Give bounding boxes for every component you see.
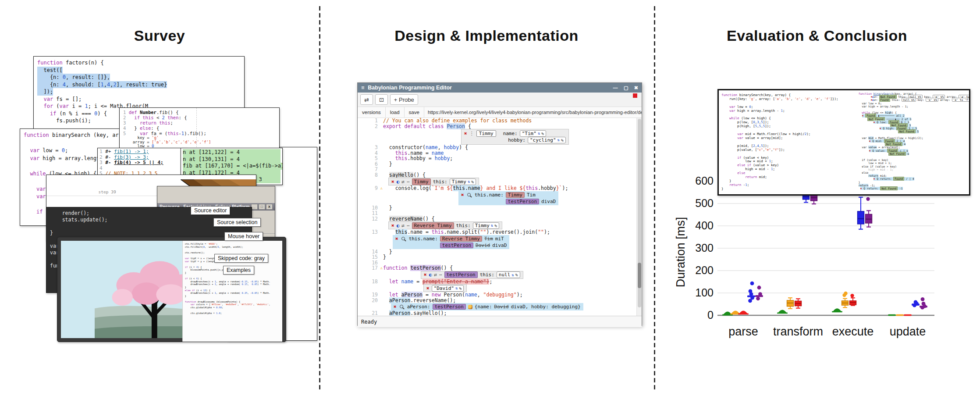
code-segment: then — [165, 115, 179, 120]
this-value-input[interactable]: Timmy⇅% — [473, 222, 499, 229]
versions-button[interactable]: versions — [358, 107, 386, 118]
delete-replacement-icon[interactable]: ✖ — [426, 285, 430, 291]
code-segment: else — [859, 171, 869, 174]
code-row: 4 } else: { — [123, 125, 276, 131]
probe-label: aPerson: — [407, 304, 430, 310]
example-value-input[interactable]: "Tim"⇅% — [520, 130, 546, 137]
more-icon[interactable]: ⋯ — [439, 272, 442, 278]
save-button[interactable]: save — [405, 107, 424, 118]
line-number: 2 — [358, 124, 383, 129]
code-segment: } — [383, 254, 386, 260]
probe-result-row: Reverse TimmyTim miT — [440, 236, 507, 242]
probe-example-chip[interactable]: Reverse Timmy — [440, 236, 482, 242]
code-segment: this — [167, 131, 178, 136]
url-field[interactable]: https://lively-kernel.org/lively4/lively… — [424, 110, 642, 115]
code-segment: low = mid + 1; — [859, 161, 892, 164]
benchmark-source-code: function binarySearch(key, array) { run(… — [719, 90, 857, 194]
frame-button[interactable]: ⊡ — [375, 94, 388, 105]
probe-example-chip[interactable]: Timmy — [506, 192, 525, 198]
swap-icon[interactable]: ⇄ — [401, 179, 405, 185]
stepper-icon[interactable]: ⇅ — [557, 137, 560, 143]
swap-icon[interactable]: ⇄ — [434, 272, 437, 278]
minimize-button[interactable]: — — [613, 85, 618, 90]
value-box[interactable]: null ⇅% — [902, 98, 916, 102]
more-icon[interactable]: ⋯ — [407, 179, 410, 185]
example-name-chip[interactable]: Reverse Timmy — [412, 222, 454, 229]
pin-icon[interactable]: % — [459, 286, 462, 291]
code-segment: key: — [916, 98, 926, 101]
hamburger-menu-icon[interactable]: ≡ — [361, 85, 364, 91]
code-segment: Q value: — [870, 149, 887, 152]
line-number: 17⚠ — [358, 265, 383, 271]
this-value-input[interactable]: Timmy⇅% — [450, 178, 476, 185]
survey-panel: Survey function factors(n) { test([ {n: … — [0, 0, 319, 396]
example-name-chip[interactable]: Timmy — [476, 130, 496, 137]
probe-example-chip[interactable]: testPerson — [440, 243, 473, 248]
load-button[interactable]: load — [386, 107, 405, 118]
add-probe-button[interactable]: + Probe — [390, 94, 418, 105]
example-name-chip[interactable]: testPerson — [444, 271, 478, 278]
pin-icon[interactable]: % — [541, 131, 544, 136]
code-segment: { — [465, 123, 471, 129]
delete-example-icon[interactable]: ✖ — [391, 223, 394, 228]
eclipse-maximize-button[interactable]: □ — [259, 204, 265, 210]
maximize-button[interactable]: ▢ — [624, 85, 628, 90]
code-segment: Person — [447, 123, 465, 129]
pin-icon[interactable]: % — [561, 137, 564, 143]
this-value-input[interactable]: null⇅% — [497, 271, 520, 278]
swap-icon[interactable]: ⇄ — [401, 223, 405, 228]
scrollbar[interactable] — [636, 118, 642, 316]
result-chip[interactable]: Found — [893, 177, 904, 181]
toggle-example-icon[interactable]: ◐ — [397, 179, 400, 185]
value-box[interactable]: 'e' ⇅% — [926, 98, 938, 102]
stepper-icon[interactable]: ⇅ — [455, 286, 458, 290]
editor-code-line: 10 } — [358, 205, 642, 211]
callout-examples: Examples — [223, 266, 254, 275]
replacement-value-input[interactable]: "David"⇅% — [432, 285, 464, 292]
close-button[interactable]: ✖ — [634, 85, 638, 90]
stepper-icon[interactable]: ⇅ — [468, 179, 470, 184]
example-menu-icon[interactable]: ⋮ — [469, 131, 474, 136]
code-segment: 3 — [908, 124, 911, 127]
code-segment: 4 — [123, 125, 129, 131]
code-line: ctx.globalAlpha = 1.0; — [185, 312, 280, 315]
code-segment: #- — [105, 160, 114, 165]
code-line: var value = array[mid]; — [721, 136, 854, 140]
code-segment: var low = 0; — [859, 102, 882, 105]
delete-probe-icon[interactable]: ✖ — [461, 192, 464, 198]
stepper-icon[interactable]: ⇅ — [491, 223, 493, 228]
result-chip[interactable]: Not Found — [898, 129, 916, 133]
pin-icon[interactable]: % — [494, 223, 497, 228]
code-row — [859, 108, 967, 111]
pin-icon[interactable]: % — [515, 272, 518, 277]
stepper-icon[interactable]: ⇅ — [538, 131, 540, 136]
delete-probe-icon[interactable]: ✖ — [395, 236, 398, 242]
example-name-chip[interactable]: Timmy — [412, 178, 431, 185]
code-segment: } — [859, 181, 860, 184]
pin-icon[interactable]: % — [471, 179, 474, 184]
swap-button[interactable]: ⇄ — [360, 94, 373, 105]
delete-example-icon[interactable]: ✖ — [464, 131, 467, 136]
replacement-widget: ✖"David"⇅% — [423, 284, 467, 292]
toggle-example-icon[interactable]: ◐ — [397, 223, 400, 228]
example-controls-widget: ✖◐⇄⋯Timmythis:Timmy⇅% — [388, 178, 479, 186]
value-box[interactable]: 'a' to 'f' ⇅% — [952, 98, 969, 102]
toggle-example-icon[interactable]: ◐ — [429, 272, 432, 278]
probe-example-chip[interactable]: testPerson — [433, 304, 466, 310]
example-value-input[interactable]: "cycling"⇅% — [528, 137, 566, 143]
result-chip[interactable]: Not Found — [880, 186, 898, 190]
code-segment: var — [859, 136, 869, 139]
eclipse-close-button[interactable]: X — [266, 204, 273, 210]
more-icon[interactable]: ⋯ — [407, 223, 410, 228]
poster: Survey function factors(n) { test([ {n: … — [0, 0, 980, 396]
code-segment: Tim — [484, 236, 493, 241]
code-segment: ) { — [459, 144, 468, 150]
code-segment — [383, 216, 389, 222]
eclipse-minimize-button[interactable]: _ — [251, 204, 258, 210]
result-chip[interactable]: Not Found — [888, 152, 906, 156]
delete-example-icon[interactable]: ✖ — [424, 272, 427, 278]
delete-example-icon[interactable]: ✖ — [391, 179, 394, 185]
stepper-icon[interactable]: ⇅ — [511, 273, 514, 277]
probe-example-chip[interactable]: testPerson — [506, 199, 539, 204]
delete-probe-icon[interactable]: ✖ — [394, 304, 397, 310]
